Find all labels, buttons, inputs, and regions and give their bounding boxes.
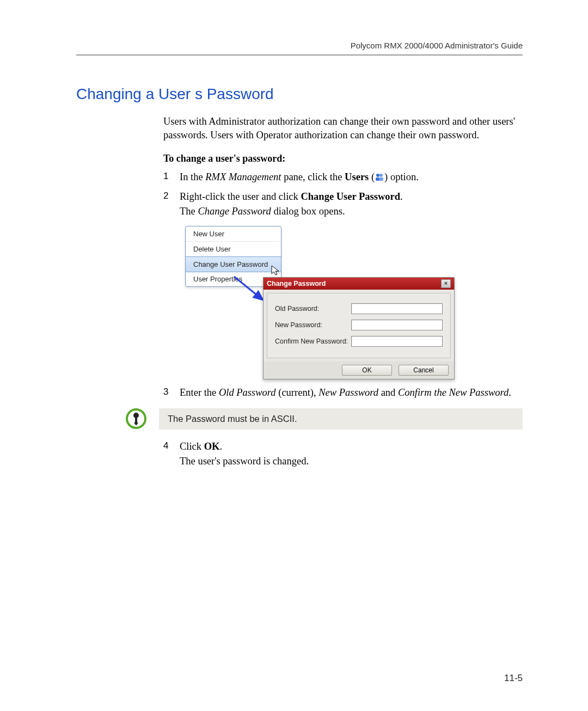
intro-paragraph: Users with Administrator authorization c… — [163, 115, 523, 142]
svg-point-0 — [376, 174, 379, 177]
text: In the — [180, 171, 205, 182]
step-3: 3 Enter the Old Password (current), New … — [163, 385, 523, 400]
old-password-field[interactable] — [351, 303, 443, 314]
step-1: 1 In the RMX Management pane, click the … — [163, 170, 523, 186]
label-old-password: Old Password: — [275, 305, 351, 312]
svg-rect-3 — [379, 177, 383, 181]
svg-marker-9 — [134, 422, 138, 426]
text: (current), — [276, 387, 319, 398]
step-number: 3 — [163, 385, 180, 400]
step-4: 4 Click OK. The user's password is chang… — [163, 439, 523, 469]
dialog-title-text: Change Password — [267, 280, 326, 287]
step-number: 1 — [163, 170, 180, 186]
text-italic: New Password — [318, 387, 378, 398]
step-number: 2 — [163, 189, 180, 219]
new-password-field[interactable] — [351, 320, 443, 330]
text: Right-click the user and click — [180, 191, 301, 202]
header-guide-title: Polycom RMX 2000/4000 Administrator's Gu… — [76, 41, 523, 56]
text: The — [180, 206, 198, 217]
text-bold: OK — [204, 441, 220, 452]
text-italic: RMX Management — [205, 171, 281, 182]
text: pane, click the — [281, 171, 345, 182]
label-confirm-password: Confirm New Password: — [275, 338, 351, 345]
svg-rect-8 — [135, 418, 137, 423]
dialog-titlebar: Change Password × — [264, 278, 454, 290]
svg-point-1 — [379, 174, 383, 177]
text: . — [509, 387, 511, 398]
page-number: 11-5 — [504, 673, 523, 684]
svg-point-7 — [133, 413, 139, 418]
label-new-password: New Password: — [275, 321, 351, 329]
text: dialog box opens. — [271, 206, 345, 217]
close-icon[interactable]: × — [441, 279, 451, 288]
text-bold: Change User Password — [301, 191, 400, 202]
note-text: The Password must be in ASCII. — [159, 408, 523, 430]
text: Click — [180, 441, 204, 452]
change-password-dialog: Change Password × Old Password: New Pass… — [263, 277, 455, 379]
note-callout: The Password must be in ASCII. — [125, 408, 523, 430]
context-menu-item-delete-user[interactable]: Delete User — [186, 242, 281, 257]
text: ) option. — [384, 171, 419, 182]
text: and — [378, 387, 398, 398]
page-title: Changing a User s Password — [76, 85, 523, 103]
text: . — [400, 191, 403, 202]
step-2: 2 Right-click the user and click Change … — [163, 189, 523, 219]
text-italic: Old Password — [219, 387, 276, 398]
text: ( — [369, 171, 375, 182]
context-menu-item-new-user[interactable]: New User — [186, 226, 281, 242]
context-menu-item-change-user-password[interactable]: Change User Password — [185, 256, 281, 272]
confirm-password-field[interactable] — [351, 336, 443, 347]
pin-icon — [125, 408, 147, 430]
text: Enter the — [180, 387, 219, 398]
step-number: 4 — [163, 439, 180, 469]
procedure-heading: To change a user's password: — [163, 153, 523, 164]
text: . — [220, 441, 223, 452]
text-italic: Change Password — [198, 206, 271, 217]
figure-context-menu-dialog: New User Delete User Change User Passwor… — [185, 226, 523, 376]
ok-button[interactable]: OK — [342, 365, 392, 376]
text: The user's password is changed. — [180, 456, 309, 467]
text-bold: Users — [345, 171, 369, 182]
text-italic: Confirm the New Password — [398, 387, 509, 398]
users-icon — [375, 171, 384, 186]
cancel-button[interactable]: Cancel — [399, 365, 449, 376]
